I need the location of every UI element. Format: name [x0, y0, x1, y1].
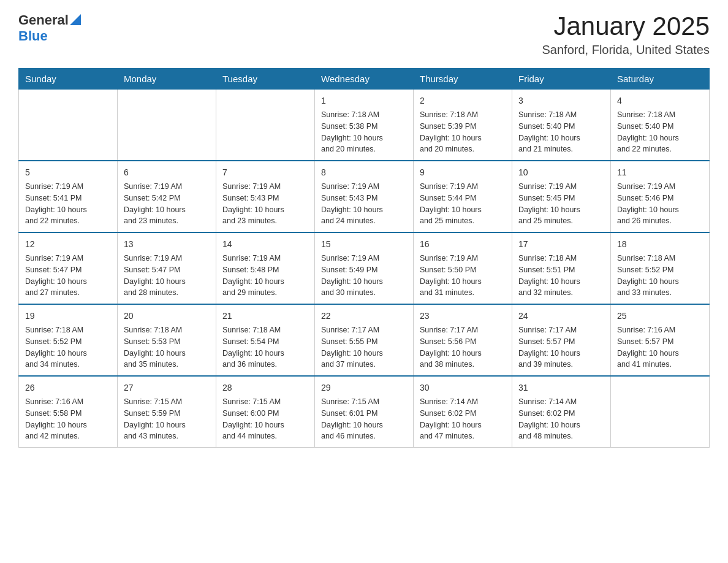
calendar-day-cell [118, 90, 216, 161]
day-info: Sunrise: 7:18 AM Sunset: 5:52 PM Dayligh… [617, 253, 703, 299]
calendar-day-cell: 1Sunrise: 7:18 AM Sunset: 5:38 PM Daylig… [315, 90, 414, 161]
day-number: 5 [25, 166, 111, 179]
calendar-day-cell: 26Sunrise: 7:16 AM Sunset: 5:58 PM Dayli… [19, 376, 118, 448]
day-number: 18 [617, 238, 703, 251]
calendar-table: SundayMondayTuesdayWednesdayThursdayFrid… [18, 68, 710, 448]
day-info: Sunrise: 7:17 AM Sunset: 5:56 PM Dayligh… [420, 324, 506, 370]
day-number: 7 [222, 166, 308, 179]
day-number: 25 [617, 310, 703, 323]
day-number: 6 [124, 166, 210, 179]
day-number: 26 [25, 381, 111, 394]
day-number: 27 [124, 381, 210, 394]
svg-marker-0 [70, 14, 81, 25]
calendar-day-cell: 20Sunrise: 7:18 AM Sunset: 5:53 PM Dayli… [118, 304, 216, 376]
day-number: 14 [222, 238, 308, 251]
calendar-day-cell: 22Sunrise: 7:17 AM Sunset: 5:55 PM Dayli… [315, 304, 414, 376]
calendar-day-cell: 24Sunrise: 7:17 AM Sunset: 5:57 PM Dayli… [512, 304, 611, 376]
location-title: Sanford, Florida, United States [542, 43, 710, 57]
calendar-day-cell: 15Sunrise: 7:19 AM Sunset: 5:49 PM Dayli… [315, 232, 414, 304]
day-info: Sunrise: 7:19 AM Sunset: 5:50 PM Dayligh… [420, 253, 506, 299]
calendar-day-cell: 9Sunrise: 7:19 AM Sunset: 5:44 PM Daylig… [414, 161, 512, 232]
day-number: 19 [25, 310, 111, 323]
calendar-week-row: 26Sunrise: 7:16 AM Sunset: 5:58 PM Dayli… [19, 376, 710, 448]
day-info: Sunrise: 7:18 AM Sunset: 5:53 PM Dayligh… [124, 324, 210, 370]
day-number: 3 [518, 94, 604, 107]
day-number: 24 [518, 310, 604, 323]
calendar-week-row: 5Sunrise: 7:19 AM Sunset: 5:41 PM Daylig… [19, 161, 710, 232]
calendar-day-cell: 3Sunrise: 7:18 AM Sunset: 5:40 PM Daylig… [512, 90, 611, 161]
day-number: 30 [420, 381, 506, 394]
day-info: Sunrise: 7:15 AM Sunset: 5:59 PM Dayligh… [124, 396, 210, 442]
day-number: 1 [321, 94, 407, 107]
day-info: Sunrise: 7:18 AM Sunset: 5:40 PM Dayligh… [617, 109, 703, 155]
day-info: Sunrise: 7:15 AM Sunset: 6:01 PM Dayligh… [321, 396, 407, 442]
day-info: Sunrise: 7:19 AM Sunset: 5:48 PM Dayligh… [222, 253, 308, 299]
day-number: 21 [222, 310, 308, 323]
calendar-day-cell: 12Sunrise: 7:19 AM Sunset: 5:47 PM Dayli… [19, 232, 118, 304]
calendar-day-cell: 2Sunrise: 7:18 AM Sunset: 5:39 PM Daylig… [414, 90, 512, 161]
title-block: January 2025 Sanford, Florida, United St… [542, 12, 710, 57]
calendar-day-cell: 19Sunrise: 7:18 AM Sunset: 5:52 PM Dayli… [19, 304, 118, 376]
calendar-body: 1Sunrise: 7:18 AM Sunset: 5:38 PM Daylig… [19, 90, 710, 448]
day-number: 15 [321, 238, 407, 251]
day-number: 31 [518, 381, 604, 394]
calendar-day-cell: 16Sunrise: 7:19 AM Sunset: 5:50 PM Dayli… [414, 232, 512, 304]
day-info: Sunrise: 7:19 AM Sunset: 5:43 PM Dayligh… [321, 181, 407, 227]
day-number: 4 [617, 94, 703, 107]
calendar-week-row: 19Sunrise: 7:18 AM Sunset: 5:52 PM Dayli… [19, 304, 710, 376]
logo-blue-text: Blue [18, 28, 48, 44]
calendar-day-cell: 25Sunrise: 7:16 AM Sunset: 5:57 PM Dayli… [611, 304, 710, 376]
calendar-day-cell: 21Sunrise: 7:18 AM Sunset: 5:54 PM Dayli… [216, 304, 315, 376]
day-number: 8 [321, 166, 407, 179]
calendar-week-row: 1Sunrise: 7:18 AM Sunset: 5:38 PM Daylig… [19, 90, 710, 161]
day-info: Sunrise: 7:19 AM Sunset: 5:42 PM Dayligh… [124, 181, 210, 227]
day-info: Sunrise: 7:18 AM Sunset: 5:54 PM Dayligh… [222, 324, 308, 370]
logo-general-text: General [18, 12, 69, 28]
day-info: Sunrise: 7:16 AM Sunset: 5:58 PM Dayligh… [25, 396, 111, 442]
day-info: Sunrise: 7:19 AM Sunset: 5:47 PM Dayligh… [124, 253, 210, 299]
calendar-day-cell: 30Sunrise: 7:14 AM Sunset: 6:02 PM Dayli… [414, 376, 512, 448]
day-number: 22 [321, 310, 407, 323]
day-number: 29 [321, 381, 407, 394]
day-info: Sunrise: 7:17 AM Sunset: 5:57 PM Dayligh… [518, 324, 604, 370]
calendar-header-thursday: Thursday [414, 69, 512, 90]
calendar-header-friday: Friday [512, 69, 611, 90]
calendar-header-row: SundayMondayTuesdayWednesdayThursdayFrid… [19, 69, 710, 90]
day-number: 12 [25, 238, 111, 251]
day-info: Sunrise: 7:14 AM Sunset: 6:02 PM Dayligh… [420, 396, 506, 442]
calendar-day-cell: 6Sunrise: 7:19 AM Sunset: 5:42 PM Daylig… [118, 161, 216, 232]
calendar-day-cell: 31Sunrise: 7:14 AM Sunset: 6:02 PM Dayli… [512, 376, 611, 448]
month-title: January 2025 [542, 12, 710, 40]
calendar-day-cell [19, 90, 118, 161]
day-number: 23 [420, 310, 506, 323]
day-number: 2 [420, 94, 506, 107]
calendar-day-cell: 27Sunrise: 7:15 AM Sunset: 5:59 PM Dayli… [118, 376, 216, 448]
day-info: Sunrise: 7:15 AM Sunset: 6:00 PM Dayligh… [222, 396, 308, 442]
calendar-day-cell: 10Sunrise: 7:19 AM Sunset: 5:45 PM Dayli… [512, 161, 611, 232]
calendar-header-tuesday: Tuesday [216, 69, 315, 90]
day-number: 16 [420, 238, 506, 251]
calendar-header-wednesday: Wednesday [315, 69, 414, 90]
day-info: Sunrise: 7:19 AM Sunset: 5:43 PM Dayligh… [222, 181, 308, 227]
calendar-day-cell: 23Sunrise: 7:17 AM Sunset: 5:56 PM Dayli… [414, 304, 512, 376]
day-number: 11 [617, 166, 703, 179]
calendar-day-cell: 18Sunrise: 7:18 AM Sunset: 5:52 PM Dayli… [611, 232, 710, 304]
day-info: Sunrise: 7:14 AM Sunset: 6:02 PM Dayligh… [518, 396, 604, 442]
day-info: Sunrise: 7:19 AM Sunset: 5:41 PM Dayligh… [25, 181, 111, 227]
logo-triangle-icon [70, 14, 81, 25]
day-info: Sunrise: 7:18 AM Sunset: 5:52 PM Dayligh… [25, 324, 111, 370]
calendar-day-cell: 17Sunrise: 7:18 AM Sunset: 5:51 PM Dayli… [512, 232, 611, 304]
logo: General Blue [18, 12, 81, 44]
day-number: 28 [222, 381, 308, 394]
calendar-day-cell: 13Sunrise: 7:19 AM Sunset: 5:47 PM Dayli… [118, 232, 216, 304]
day-number: 13 [124, 238, 210, 251]
calendar-day-cell [611, 376, 710, 448]
day-info: Sunrise: 7:18 AM Sunset: 5:38 PM Dayligh… [321, 109, 407, 155]
day-info: Sunrise: 7:19 AM Sunset: 5:49 PM Dayligh… [321, 253, 407, 299]
calendar-day-cell [216, 90, 315, 161]
calendar-header-monday: Monday [118, 69, 216, 90]
calendar-day-cell: 7Sunrise: 7:19 AM Sunset: 5:43 PM Daylig… [216, 161, 315, 232]
calendar-day-cell: 4Sunrise: 7:18 AM Sunset: 5:40 PM Daylig… [611, 90, 710, 161]
day-info: Sunrise: 7:19 AM Sunset: 5:46 PM Dayligh… [617, 181, 703, 227]
calendar-week-row: 12Sunrise: 7:19 AM Sunset: 5:47 PM Dayli… [19, 232, 710, 304]
